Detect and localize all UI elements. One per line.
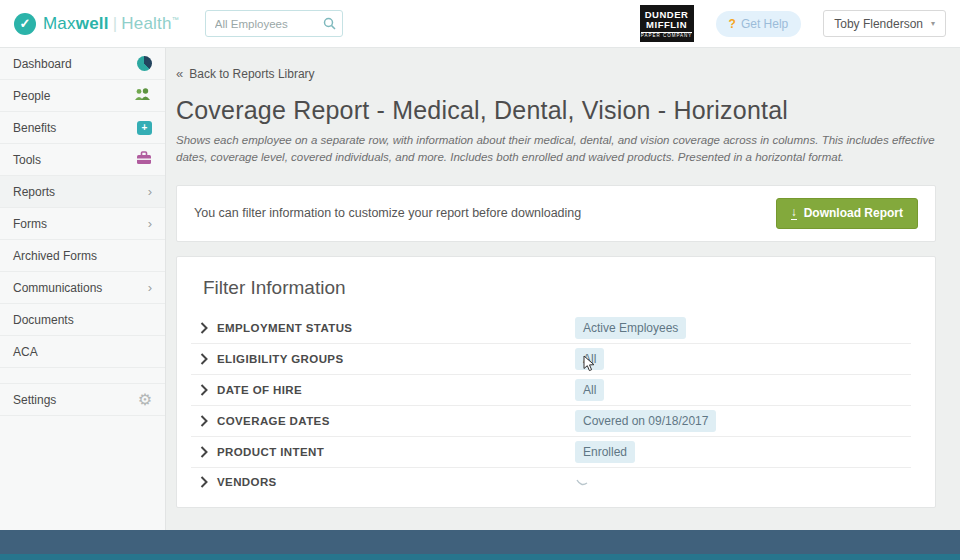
help-question-icon: ? — [729, 17, 736, 31]
filter-row-label: VENDORS — [217, 476, 575, 488]
top-bar: ✓ Maxwell|Health™ DUNDER MIFFLIN PAPER C… — [0, 0, 960, 48]
sidebar-item-label: Documents — [13, 313, 152, 327]
brand-part-well: well — [76, 14, 109, 33]
gear-icon: ⚙ — [138, 390, 152, 409]
filter-row-coverage-dates[interactable]: COVERAGE DATES Covered on 09/18/2017 — [191, 406, 911, 437]
dashboard-pie-icon — [137, 56, 152, 71]
sidebar-item-label: Communications — [13, 281, 148, 295]
brand-part-health: Health — [121, 14, 171, 33]
chevron-down-icon: ▾ — [931, 19, 935, 28]
sidebar-item-label: Tools — [13, 153, 136, 167]
filter-row-value: All — [575, 348, 604, 370]
brand-name: Maxwell|Health™ — [43, 14, 179, 34]
sidebar-item-label: Forms — [13, 217, 148, 231]
filter-card-title: Filter Information — [203, 277, 911, 299]
filter-row-value: Active Employees — [575, 317, 686, 339]
filter-row-label: DATE OF HIRE — [217, 384, 575, 396]
page-footer — [0, 530, 960, 560]
filter-information-card: Filter Information EMPLOYMENT STATUS Act… — [176, 256, 936, 508]
back-arrow-icon: « — [176, 66, 183, 81]
chevron-right-icon[interactable] — [191, 353, 217, 365]
chevron-right-icon: › — [148, 184, 152, 199]
filter-row-product-intent[interactable]: PRODUCT INTENT Enrolled — [191, 437, 911, 468]
filter-row-vendors[interactable]: VENDORS — [191, 468, 911, 497]
main-content: « Back to Reports Library Coverage Repor… — [166, 48, 960, 530]
sidebar-item-archived-forms[interactable]: Archived Forms — [0, 240, 165, 272]
download-bar: You can filter information to customize … — [176, 185, 936, 242]
people-group-icon — [134, 88, 152, 104]
back-link-label: Back to Reports Library — [189, 67, 314, 81]
sidebar-item-label: Settings — [13, 393, 138, 407]
maxwell-health-logo: ✓ Maxwell|Health™ — [14, 13, 179, 35]
sidebar-item-settings[interactable]: Settings ⚙ — [0, 384, 165, 416]
chevron-right-icon: › — [148, 280, 152, 295]
sidebar-item-label: Dashboard — [13, 57, 137, 71]
tools-briefcase-icon — [136, 151, 152, 168]
brand-divider: | — [113, 14, 118, 33]
download-report-button[interactable]: ↓ Download Report — [776, 198, 918, 229]
maxwell-logo-icon: ✓ — [14, 13, 36, 35]
chevron-right-icon[interactable] — [191, 384, 217, 396]
filter-value-badge[interactable]: Enrolled — [575, 441, 635, 463]
sidebar-item-documents[interactable]: Documents — [0, 304, 165, 336]
brand-part-max: Max — [43, 14, 76, 33]
sidebar-item-benefits[interactable]: Benefits + — [0, 112, 165, 144]
get-help-button[interactable]: ? Get Help — [716, 11, 802, 37]
download-button-label: Download Report — [804, 206, 903, 220]
footer-accent-strip — [0, 554, 960, 560]
sidebar-item-tools[interactable]: Tools — [0, 144, 165, 176]
employee-search — [205, 10, 343, 37]
download-icon: ↓ — [791, 206, 797, 220]
chevron-right-icon[interactable] — [191, 446, 217, 458]
filter-value-badge[interactable]: Covered on 09/18/2017 — [575, 410, 716, 432]
benefits-box-icon: + — [137, 121, 152, 135]
sidebar-nav: Dashboard People Benefits + Tools Report… — [0, 48, 166, 530]
dunder-line2: MIFFLIN — [646, 20, 687, 30]
sidebar-item-label: Benefits — [13, 121, 137, 135]
chevron-right-icon[interactable] — [191, 415, 217, 427]
filter-row-value: Enrolled — [575, 441, 635, 463]
sidebar-item-label: ACA — [13, 345, 152, 359]
get-help-label: Get Help — [741, 17, 788, 31]
sidebar-item-aca[interactable]: ACA — [0, 336, 165, 368]
download-hint-text: You can filter information to customize … — [194, 206, 581, 220]
brand-trademark: ™ — [172, 16, 179, 23]
report-description: Shows each employee on a separate row, w… — [176, 132, 936, 167]
filter-row-label: ELIGIBILITY GROUPS — [217, 353, 575, 365]
dunder-mifflin-logo: DUNDER MIFFLIN PAPER COMPANY — [640, 5, 694, 42]
filter-row-value — [575, 473, 589, 491]
filter-row-date-of-hire[interactable]: DATE OF HIRE All — [191, 375, 911, 406]
footer-bar — [0, 530, 960, 554]
search-icon[interactable] — [323, 16, 336, 34]
dunder-line3: PAPER COMPANY — [641, 32, 693, 39]
filter-row-value: Covered on 09/18/2017 — [575, 410, 716, 432]
filter-row-label: PRODUCT INTENT — [217, 446, 575, 458]
filter-row-label: COVERAGE DATES — [217, 415, 575, 427]
sidebar-item-people[interactable]: People — [0, 80, 165, 112]
back-to-reports-link[interactable]: « Back to Reports Library — [176, 66, 315, 81]
topbar-right-controls: DUNDER MIFFLIN PAPER COMPANY ? Get Help … — [640, 5, 946, 42]
user-menu[interactable]: Toby Flenderson ▾ — [823, 10, 946, 37]
sidebar-item-label: People — [13, 89, 134, 103]
chevron-right-icon: › — [148, 216, 152, 231]
sidebar-item-forms[interactable]: Forms › — [0, 208, 165, 240]
filter-value-badge[interactable]: Active Employees — [575, 317, 686, 339]
filter-value-badge[interactable]: All — [575, 379, 604, 401]
filter-row-employment-status[interactable]: EMPLOYMENT STATUS Active Employees — [191, 313, 911, 344]
page-title: Coverage Report - Medical, Dental, Visio… — [176, 96, 936, 125]
chevron-right-icon[interactable] — [191, 322, 217, 334]
sidebar-item-reports[interactable]: Reports › — [0, 176, 165, 208]
sidebar-item-label: Reports — [13, 185, 148, 199]
filter-value-badge[interactable]: All — [575, 348, 604, 370]
sidebar-spacer — [0, 368, 165, 384]
filter-row-eligibility-groups[interactable]: ELIGIBILITY GROUPS All — [191, 344, 911, 375]
vendors-empty-indicator — [575, 473, 589, 491]
filter-row-value: All — [575, 379, 604, 401]
sidebar-item-dashboard[interactable]: Dashboard — [0, 48, 165, 80]
sidebar-item-label: Archived Forms — [13, 249, 152, 263]
filter-row-label: EMPLOYMENT STATUS — [217, 322, 575, 334]
user-name: Toby Flenderson — [834, 17, 923, 31]
sidebar-item-communications[interactable]: Communications › — [0, 272, 165, 304]
chevron-right-icon[interactable] — [191, 476, 217, 488]
